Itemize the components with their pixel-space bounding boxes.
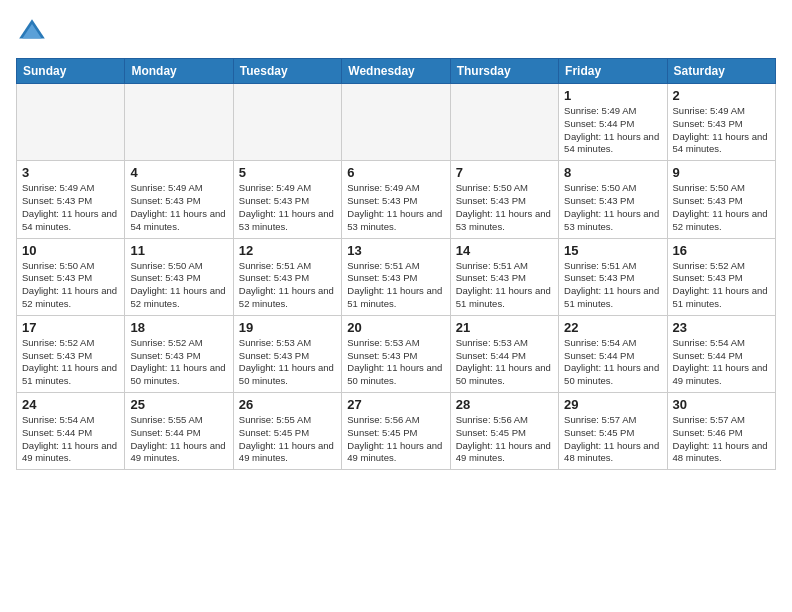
calendar-cell: 2Sunrise: 5:49 AMSunset: 5:43 PMDaylight…	[667, 84, 775, 161]
calendar-cell: 9Sunrise: 5:50 AMSunset: 5:43 PMDaylight…	[667, 161, 775, 238]
day-of-week-header: Thursday	[450, 59, 558, 84]
day-number: 11	[130, 243, 227, 258]
calendar-week-row: 17Sunrise: 5:52 AMSunset: 5:43 PMDayligh…	[17, 315, 776, 392]
calendar-cell: 7Sunrise: 5:50 AMSunset: 5:43 PMDaylight…	[450, 161, 558, 238]
calendar-cell	[17, 84, 125, 161]
day-number: 7	[456, 165, 553, 180]
calendar-table: SundayMondayTuesdayWednesdayThursdayFrid…	[16, 58, 776, 470]
day-info: Sunrise: 5:54 AMSunset: 5:44 PMDaylight:…	[673, 337, 770, 388]
day-number: 15	[564, 243, 661, 258]
day-info: Sunrise: 5:50 AMSunset: 5:43 PMDaylight:…	[564, 182, 661, 233]
day-info: Sunrise: 5:51 AMSunset: 5:43 PMDaylight:…	[564, 260, 661, 311]
calendar-cell: 26Sunrise: 5:55 AMSunset: 5:45 PMDayligh…	[233, 393, 341, 470]
calendar-cell: 10Sunrise: 5:50 AMSunset: 5:43 PMDayligh…	[17, 238, 125, 315]
page-header	[16, 16, 776, 48]
logo	[16, 16, 52, 48]
calendar-cell	[233, 84, 341, 161]
calendar-week-row: 24Sunrise: 5:54 AMSunset: 5:44 PMDayligh…	[17, 393, 776, 470]
day-number: 2	[673, 88, 770, 103]
day-number: 26	[239, 397, 336, 412]
day-number: 30	[673, 397, 770, 412]
calendar-cell: 8Sunrise: 5:50 AMSunset: 5:43 PMDaylight…	[559, 161, 667, 238]
calendar-cell: 28Sunrise: 5:56 AMSunset: 5:45 PMDayligh…	[450, 393, 558, 470]
day-of-week-header: Friday	[559, 59, 667, 84]
day-info: Sunrise: 5:49 AMSunset: 5:43 PMDaylight:…	[239, 182, 336, 233]
day-info: Sunrise: 5:55 AMSunset: 5:44 PMDaylight:…	[130, 414, 227, 465]
day-info: Sunrise: 5:49 AMSunset: 5:43 PMDaylight:…	[673, 105, 770, 156]
day-number: 21	[456, 320, 553, 335]
day-number: 28	[456, 397, 553, 412]
day-info: Sunrise: 5:49 AMSunset: 5:44 PMDaylight:…	[564, 105, 661, 156]
day-number: 13	[347, 243, 444, 258]
calendar-cell: 25Sunrise: 5:55 AMSunset: 5:44 PMDayligh…	[125, 393, 233, 470]
calendar-cell: 3Sunrise: 5:49 AMSunset: 5:43 PMDaylight…	[17, 161, 125, 238]
day-number: 6	[347, 165, 444, 180]
calendar-cell: 13Sunrise: 5:51 AMSunset: 5:43 PMDayligh…	[342, 238, 450, 315]
day-number: 25	[130, 397, 227, 412]
day-info: Sunrise: 5:56 AMSunset: 5:45 PMDaylight:…	[347, 414, 444, 465]
day-number: 18	[130, 320, 227, 335]
day-number: 16	[673, 243, 770, 258]
day-info: Sunrise: 5:54 AMSunset: 5:44 PMDaylight:…	[22, 414, 119, 465]
calendar-cell: 17Sunrise: 5:52 AMSunset: 5:43 PMDayligh…	[17, 315, 125, 392]
day-number: 12	[239, 243, 336, 258]
calendar-cell: 16Sunrise: 5:52 AMSunset: 5:43 PMDayligh…	[667, 238, 775, 315]
calendar-cell: 21Sunrise: 5:53 AMSunset: 5:44 PMDayligh…	[450, 315, 558, 392]
day-info: Sunrise: 5:49 AMSunset: 5:43 PMDaylight:…	[22, 182, 119, 233]
calendar-header-row: SundayMondayTuesdayWednesdayThursdayFrid…	[17, 59, 776, 84]
calendar-cell	[125, 84, 233, 161]
page-container: SundayMondayTuesdayWednesdayThursdayFrid…	[0, 0, 792, 480]
calendar-cell: 4Sunrise: 5:49 AMSunset: 5:43 PMDaylight…	[125, 161, 233, 238]
day-number: 10	[22, 243, 119, 258]
day-info: Sunrise: 5:57 AMSunset: 5:46 PMDaylight:…	[673, 414, 770, 465]
day-info: Sunrise: 5:50 AMSunset: 5:43 PMDaylight:…	[456, 182, 553, 233]
calendar-cell: 27Sunrise: 5:56 AMSunset: 5:45 PMDayligh…	[342, 393, 450, 470]
day-info: Sunrise: 5:50 AMSunset: 5:43 PMDaylight:…	[22, 260, 119, 311]
calendar-cell: 15Sunrise: 5:51 AMSunset: 5:43 PMDayligh…	[559, 238, 667, 315]
day-of-week-header: Sunday	[17, 59, 125, 84]
day-info: Sunrise: 5:56 AMSunset: 5:45 PMDaylight:…	[456, 414, 553, 465]
day-number: 27	[347, 397, 444, 412]
day-info: Sunrise: 5:52 AMSunset: 5:43 PMDaylight:…	[22, 337, 119, 388]
day-info: Sunrise: 5:51 AMSunset: 5:43 PMDaylight:…	[239, 260, 336, 311]
day-info: Sunrise: 5:49 AMSunset: 5:43 PMDaylight:…	[347, 182, 444, 233]
calendar-cell: 19Sunrise: 5:53 AMSunset: 5:43 PMDayligh…	[233, 315, 341, 392]
day-info: Sunrise: 5:53 AMSunset: 5:43 PMDaylight:…	[239, 337, 336, 388]
day-number: 29	[564, 397, 661, 412]
day-info: Sunrise: 5:57 AMSunset: 5:45 PMDaylight:…	[564, 414, 661, 465]
calendar-cell: 11Sunrise: 5:50 AMSunset: 5:43 PMDayligh…	[125, 238, 233, 315]
day-number: 24	[22, 397, 119, 412]
calendar-cell: 1Sunrise: 5:49 AMSunset: 5:44 PMDaylight…	[559, 84, 667, 161]
calendar-cell: 14Sunrise: 5:51 AMSunset: 5:43 PMDayligh…	[450, 238, 558, 315]
calendar-cell: 29Sunrise: 5:57 AMSunset: 5:45 PMDayligh…	[559, 393, 667, 470]
day-of-week-header: Tuesday	[233, 59, 341, 84]
day-info: Sunrise: 5:50 AMSunset: 5:43 PMDaylight:…	[130, 260, 227, 311]
day-of-week-header: Monday	[125, 59, 233, 84]
day-info: Sunrise: 5:50 AMSunset: 5:43 PMDaylight:…	[673, 182, 770, 233]
day-number: 19	[239, 320, 336, 335]
day-info: Sunrise: 5:51 AMSunset: 5:43 PMDaylight:…	[347, 260, 444, 311]
day-info: Sunrise: 5:54 AMSunset: 5:44 PMDaylight:…	[564, 337, 661, 388]
calendar-cell	[450, 84, 558, 161]
day-number: 5	[239, 165, 336, 180]
calendar-cell: 6Sunrise: 5:49 AMSunset: 5:43 PMDaylight…	[342, 161, 450, 238]
calendar-cell: 20Sunrise: 5:53 AMSunset: 5:43 PMDayligh…	[342, 315, 450, 392]
day-number: 22	[564, 320, 661, 335]
day-info: Sunrise: 5:49 AMSunset: 5:43 PMDaylight:…	[130, 182, 227, 233]
calendar-cell: 22Sunrise: 5:54 AMSunset: 5:44 PMDayligh…	[559, 315, 667, 392]
day-number: 3	[22, 165, 119, 180]
day-of-week-header: Saturday	[667, 59, 775, 84]
day-number: 4	[130, 165, 227, 180]
day-number: 20	[347, 320, 444, 335]
day-info: Sunrise: 5:53 AMSunset: 5:43 PMDaylight:…	[347, 337, 444, 388]
calendar-week-row: 3Sunrise: 5:49 AMSunset: 5:43 PMDaylight…	[17, 161, 776, 238]
calendar-cell: 23Sunrise: 5:54 AMSunset: 5:44 PMDayligh…	[667, 315, 775, 392]
calendar-week-row: 10Sunrise: 5:50 AMSunset: 5:43 PMDayligh…	[17, 238, 776, 315]
calendar-cell	[342, 84, 450, 161]
day-number: 9	[673, 165, 770, 180]
calendar-cell: 24Sunrise: 5:54 AMSunset: 5:44 PMDayligh…	[17, 393, 125, 470]
day-number: 23	[673, 320, 770, 335]
day-info: Sunrise: 5:55 AMSunset: 5:45 PMDaylight:…	[239, 414, 336, 465]
day-number: 1	[564, 88, 661, 103]
day-info: Sunrise: 5:51 AMSunset: 5:43 PMDaylight:…	[456, 260, 553, 311]
